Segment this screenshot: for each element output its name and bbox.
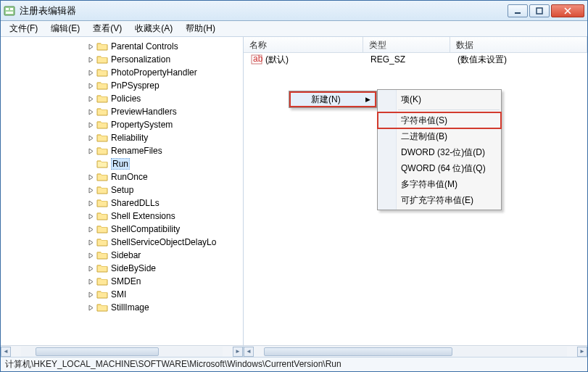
folder-icon [96, 172, 108, 182]
tree-pane: Parental ControlsPersonalizationPhotoPro… [1, 37, 244, 357]
tree-item[interactable]: PropertySystem [1, 118, 243, 131]
submenu-item-label: 可扩充字符串值(E) [401, 194, 473, 207]
menu-view[interactable]: 查看(V) [87, 21, 128, 36]
expander-icon[interactable] [86, 133, 95, 142]
tree-item[interactable]: Policies [1, 92, 243, 105]
tree-item[interactable]: SMDEn [1, 275, 243, 288]
header-name[interactable]: 名称 [244, 37, 363, 52]
tree-item[interactable]: ShellCompatibility [1, 223, 243, 236]
scroll-right-button[interactable]: ► [233, 347, 243, 357]
list-hscrollbar[interactable]: ◄ ► [244, 345, 587, 357]
expander-icon[interactable] [86, 264, 95, 273]
tree-item[interactable]: PhotoPropertyHandler [1, 66, 243, 79]
folder-icon [96, 198, 108, 208]
header-data[interactable]: 数据 [450, 37, 587, 52]
list-row[interactable]: ab(默认)REG_SZ(数值未设置) [244, 53, 587, 66]
tree-item-label: ShellCompatibility [111, 224, 180, 234]
submenu-item[interactable]: 可扩充字符串值(E) [378, 192, 501, 208]
expander-icon[interactable] [86, 251, 95, 260]
close-button[interactable] [551, 4, 584, 17]
expander-icon[interactable] [86, 225, 95, 233]
expander-icon[interactable] [86, 212, 95, 220]
scroll-right-button[interactable]: ► [577, 347, 587, 357]
tree-hscrollbar[interactable]: ◄ ► [1, 345, 243, 357]
folder-icon [96, 41, 108, 51]
submenu-item[interactable]: 项(K) [378, 91, 501, 107]
folder-icon [96, 67, 108, 78]
tree-item[interactable]: ShellServiceObjectDelayLo [1, 236, 243, 249]
folder-icon [96, 211, 108, 221]
expander-icon[interactable] [86, 146, 95, 155]
header-type[interactable]: 类型 [363, 37, 450, 52]
tree-item[interactable]: StillImage [1, 301, 243, 314]
expander-icon[interactable] [86, 107, 95, 116]
tree-item[interactable]: Setup [1, 183, 243, 197]
menu-edit[interactable]: 编辑(E) [45, 21, 86, 36]
expander-icon[interactable] [86, 199, 95, 207]
expander-icon[interactable] [86, 186, 95, 194]
svg-text:ab: ab [253, 54, 262, 64]
tree-item[interactable]: SideBySide [1, 262, 243, 275]
submenu-item[interactable]: DWORD (32-位)值(D) [378, 144, 501, 160]
menu-favorites[interactable]: 收藏夹(A) [129, 21, 178, 36]
scroll-track[interactable] [21, 347, 223, 357]
maximize-button[interactable] [529, 4, 550, 17]
menu-item-new[interactable]: 新建(N) ▶ [289, 91, 376, 107]
submenu-item[interactable]: 多字符串值(M) [378, 176, 501, 192]
tree-item[interactable]: SMI [1, 288, 243, 301]
folder-icon [96, 107, 108, 117]
minimize-button[interactable] [508, 4, 528, 17]
tree-item-label: Reliability [111, 133, 148, 143]
expander-icon[interactable] [86, 290, 95, 299]
list-body[interactable]: ab(默认)REG_SZ(数值未设置) 新建(N) ▶ 项(K)字符串值(S)二… [244, 53, 587, 345]
tree-item[interactable]: RunOnce [1, 170, 243, 183]
expander-icon[interactable] [86, 120, 95, 129]
tree-item[interactable]: Run [1, 157, 243, 170]
tree-item[interactable]: Personalization [1, 53, 243, 66]
svg-rect-2 [10, 8, 13, 10]
expander-icon[interactable] [86, 94, 95, 103]
tree-item[interactable]: Sidebar [1, 249, 243, 262]
expander-icon[interactable] [86, 160, 95, 168]
tree-item[interactable]: SharedDLLs [1, 197, 243, 210]
svg-rect-0 [4, 7, 15, 15]
folder-icon [96, 120, 108, 130]
expander-icon[interactable] [86, 81, 95, 90]
tree-item[interactable]: Reliability [1, 131, 243, 144]
scroll-left-button[interactable]: ◄ [244, 347, 254, 357]
list-header: 名称 类型 数据 [244, 37, 587, 53]
expander-icon[interactable] [86, 55, 95, 64]
submenu-item[interactable]: QWORD (64 位)值(Q) [378, 160, 501, 176]
menu-file[interactable]: 文件(F) [4, 21, 44, 36]
tree-item-label: PhotoPropertyHandler [111, 67, 197, 78]
tree-item[interactable]: PreviewHandlers [1, 105, 243, 118]
submenu-item-label: 多字符串值(M) [401, 178, 457, 191]
expander-icon[interactable] [86, 238, 95, 247]
registry-tree[interactable]: Parental ControlsPersonalizationPhotoPro… [1, 37, 243, 345]
folder-icon [96, 54, 108, 65]
tree-item[interactable]: Shell Extensions [1, 210, 243, 223]
app-icon [4, 5, 15, 17]
svg-rect-1 [6, 8, 9, 10]
menu-help[interactable]: 帮助(H) [180, 21, 221, 36]
tree-item[interactable]: PnPSysprep [1, 79, 243, 92]
tree-item[interactable]: RenameFiles [1, 144, 243, 157]
expander-icon[interactable] [86, 277, 95, 286]
tree-item-label: SMDEn [111, 276, 141, 286]
expander-icon[interactable] [86, 173, 95, 181]
expander-icon[interactable] [86, 68, 95, 77]
window-title: 注册表编辑器 [20, 4, 506, 17]
expander-icon[interactable] [86, 303, 95, 312]
titlebar: 注册表编辑器 [1, 1, 587, 21]
folder-icon [96, 289, 108, 299]
submenu-item[interactable]: 字符串值(S) [378, 112, 501, 128]
folder-icon [96, 80, 108, 91]
scroll-left-button[interactable]: ◄ [1, 347, 11, 357]
scroll-thumb[interactable] [264, 347, 452, 356]
tree-item-label: Parental Controls [111, 41, 178, 51]
submenu-item[interactable]: 二进制值(B) [378, 128, 501, 144]
expander-icon[interactable] [86, 42, 95, 51]
scroll-track[interactable] [264, 347, 567, 357]
tree-item[interactable]: Parental Controls [1, 40, 243, 53]
scroll-thumb[interactable] [36, 347, 159, 356]
